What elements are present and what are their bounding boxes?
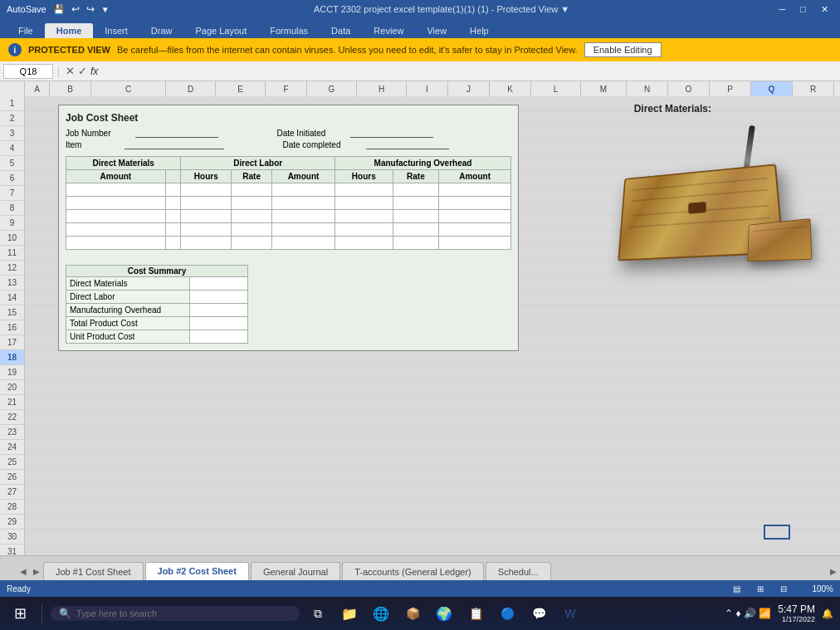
row-num-8[interactable]: 8 xyxy=(0,201,24,216)
tab-data[interactable]: Data xyxy=(320,23,362,38)
moh-r1[interactable] xyxy=(393,183,439,197)
col-header-e[interactable]: E xyxy=(216,81,266,96)
col-header-b[interactable]: B xyxy=(50,81,91,96)
moh-a4[interactable] xyxy=(439,223,511,237)
sheet-tab-job1[interactable]: Job #1 Cost Sheet xyxy=(43,562,144,580)
dm-a3[interactable] xyxy=(66,210,166,223)
search-input[interactable] xyxy=(76,608,209,618)
tab-page-layout[interactable]: Page Layout xyxy=(183,23,258,38)
save-icon[interactable]: 💾 xyxy=(53,4,65,15)
selected-cell-q18[interactable] xyxy=(764,525,790,540)
dm-a4[interactable] xyxy=(66,223,166,237)
row-num-30[interactable]: 30 xyxy=(0,530,24,545)
col-header-d[interactable]: D xyxy=(166,81,216,96)
cells-area[interactable]: Job Cost Sheet Job Number Date Initiated… xyxy=(25,96,840,580)
dl-r1[interactable] xyxy=(232,183,272,197)
moh-a5[interactable] xyxy=(439,237,511,250)
col-header-m[interactable]: M xyxy=(581,81,627,96)
tab-formulas[interactable]: Formulas xyxy=(258,23,320,38)
col-header-c[interactable]: C xyxy=(91,81,166,96)
col-header-j[interactable]: J xyxy=(448,81,490,96)
dl-h4[interactable] xyxy=(181,223,232,237)
word-btn[interactable]: W xyxy=(557,600,584,627)
tab-scroll-right-icon[interactable]: ▶ xyxy=(827,562,840,580)
minimize-btn[interactable]: ─ xyxy=(774,4,791,15)
cancel-edit-icon[interactable]: ✕ xyxy=(66,65,75,77)
teams-btn[interactable]: 💬 xyxy=(525,600,552,627)
moh-r3[interactable] xyxy=(393,210,439,223)
dl-r2[interactable] xyxy=(232,197,272,210)
file-explorer-btn[interactable]: 📁 xyxy=(336,600,363,627)
dm-b1[interactable] xyxy=(165,183,181,197)
tab-help[interactable]: Help xyxy=(458,23,501,38)
tab-draw[interactable]: Draw xyxy=(139,23,184,38)
dl-a5[interactable] xyxy=(272,237,335,250)
dl-r3[interactable] xyxy=(232,210,272,223)
sheet-tab-general-journal[interactable]: General Journal xyxy=(251,562,340,580)
moh-h1[interactable] xyxy=(335,183,393,197)
tab-insert[interactable]: Insert xyxy=(93,23,139,38)
row-num-25[interactable]: 25 xyxy=(0,455,24,470)
row-num-14[interactable]: 14 xyxy=(0,291,24,305)
row-num-15[interactable]: 15 xyxy=(0,305,24,320)
col-header-k[interactable]: K xyxy=(490,81,531,96)
row-num-5[interactable]: 5 xyxy=(0,156,24,171)
chrome-btn[interactable]: 🔵 xyxy=(494,600,520,627)
col-header-r[interactable]: R xyxy=(793,81,834,96)
col-header-s[interactable]: S xyxy=(834,81,840,96)
tab-file[interactable]: File xyxy=(7,23,45,38)
moh-a3[interactable] xyxy=(439,210,511,223)
col-header-f[interactable]: F xyxy=(266,81,307,96)
undo-icon[interactable]: ↩ xyxy=(71,3,80,15)
moh-h5[interactable] xyxy=(335,237,393,250)
row-num-2[interactable]: 2 xyxy=(0,111,24,126)
task-view-btn[interactable]: ⧉ xyxy=(305,600,331,627)
row-num-18[interactable]: 18 xyxy=(0,350,24,365)
row-num-3[interactable]: 3 xyxy=(0,126,24,141)
row-num-17[interactable]: 17 xyxy=(0,335,24,350)
row-num-22[interactable]: 22 xyxy=(0,410,24,425)
system-tray[interactable]: ⌃ ♦ 🔊 📶 xyxy=(725,608,771,619)
row-num-16[interactable]: 16 xyxy=(0,320,24,335)
dl-h1[interactable] xyxy=(181,183,232,197)
moh-a2[interactable] xyxy=(439,197,511,210)
dl-h2[interactable] xyxy=(181,197,232,210)
col-header-n[interactable]: N xyxy=(627,81,668,96)
col-header-p[interactable]: P xyxy=(710,81,751,96)
dl-a4[interactable] xyxy=(272,223,335,237)
dl-a3[interactable] xyxy=(272,210,335,223)
dm-b2[interactable] xyxy=(165,197,181,210)
redo-icon[interactable]: ↪ xyxy=(86,3,95,15)
dm-b3[interactable] xyxy=(165,210,181,223)
enable-editing-button[interactable]: Enable Editing xyxy=(584,42,662,57)
row-num-13[interactable]: 13 xyxy=(0,276,24,291)
dl-r4[interactable] xyxy=(232,223,272,237)
cell-reference-box[interactable] xyxy=(3,64,53,79)
start-button[interactable]: ⊞ xyxy=(7,600,33,627)
moh-h2[interactable] xyxy=(335,197,393,210)
sheet-tab-job2[interactable]: Job #2 Cost Sheet xyxy=(145,562,249,580)
moh-a1[interactable] xyxy=(439,183,511,197)
taskbar-search[interactable]: 🔍 xyxy=(51,606,300,621)
store-btn[interactable]: 📦 xyxy=(399,600,426,627)
dl-h3[interactable] xyxy=(181,210,232,223)
moh-r2[interactable] xyxy=(393,197,439,210)
col-header-l[interactable]: L xyxy=(531,81,581,96)
col-header-h[interactable]: H xyxy=(357,81,407,96)
gmail-btn[interactable]: 🌍 xyxy=(431,600,457,627)
col-header-a[interactable]: A xyxy=(25,81,50,96)
dl-a1[interactable] xyxy=(272,183,335,197)
row-num-20[interactable]: 20 xyxy=(0,380,24,395)
row-num-4[interactable]: 4 xyxy=(0,141,24,156)
cs-dl-value[interactable] xyxy=(190,291,248,304)
dl-r5[interactable] xyxy=(232,237,272,250)
moh-h4[interactable] xyxy=(335,223,393,237)
row-num-19[interactable]: 19 xyxy=(0,365,24,380)
close-btn[interactable]: ✕ xyxy=(816,4,833,15)
moh-h3[interactable] xyxy=(335,210,393,223)
row-num-11[interactable]: 11 xyxy=(0,246,24,261)
tab-next-arrow[interactable]: ▶ xyxy=(30,562,43,580)
col-header-q[interactable]: Q xyxy=(751,81,793,96)
moh-r5[interactable] xyxy=(393,237,439,250)
restore-btn[interactable]: □ xyxy=(795,4,811,15)
